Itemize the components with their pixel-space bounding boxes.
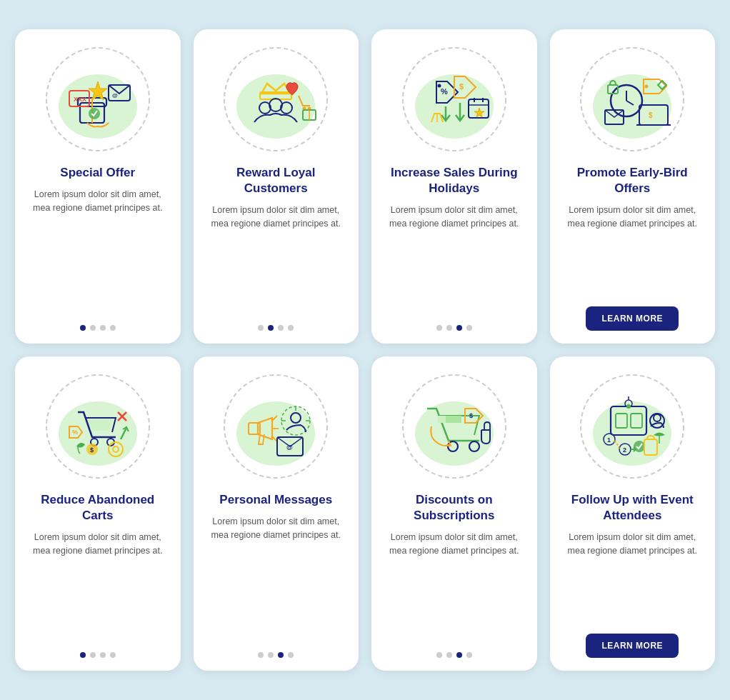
svg-text:@: @ [112, 92, 118, 99]
dot-1 [80, 652, 86, 658]
card-title: Follow Up with Event Attendees [561, 492, 704, 524]
dot-1 [436, 325, 442, 331]
svg-point-83 [626, 404, 631, 409]
card-footer [80, 325, 116, 331]
dot-2 [90, 325, 96, 331]
card-title: Increase Sales During Holidays [383, 165, 526, 196]
dot-2 [446, 652, 452, 658]
card-body: Lorem ipsum dolor sit dim amet, mea regi… [26, 188, 169, 315]
dot-4 [110, 652, 116, 658]
card-personal-messages: @ Personal Messages Lorem ipsum dolor si… [194, 356, 359, 671]
card-body: Lorem ipsum dolor sit dim amet, mea regi… [561, 204, 704, 296]
dot-2 [446, 325, 452, 331]
svg-text:$: $ [90, 446, 94, 454]
card-discounts-subscriptions: $ Discounts on Subscriptions Lorem ipsum… [371, 356, 537, 671]
card-body: Lorem ipsum dolor sit dim amet, mea regi… [26, 531, 169, 642]
dot-4 [466, 652, 472, 658]
illustration-reward-loyal [219, 42, 333, 156]
dot-1 [436, 652, 442, 658]
card-grid: @ XXX Special Offer Lorem ipsum dolor si… [15, 29, 715, 671]
card-increase-sales: % $ Increase S [371, 29, 537, 344]
dot-3 [278, 325, 284, 331]
dot-2 [90, 652, 96, 658]
dot-3 [456, 652, 462, 658]
dot-1 [258, 652, 264, 658]
card-title: Reduce Abandoned Carts [26, 492, 169, 524]
card-footer: LEARN MORE [586, 306, 679, 331]
card-early-bird: $ Promote Early-Bird Offers Lorem ipsum … [550, 29, 716, 344]
card-body: Lorem ipsum dolor sit dim amet, mea regi… [383, 531, 526, 642]
svg-text:$: $ [459, 82, 464, 91]
svg-text:1: 1 [607, 436, 611, 444]
dot-3 [278, 652, 284, 658]
svg-text:$: $ [649, 111, 653, 119]
dot-4 [466, 325, 472, 331]
dot-1 [258, 325, 264, 331]
svg-point-47 [59, 401, 137, 466]
card-special-offer: @ XXX Special Offer Lorem ipsum dolor si… [15, 29, 181, 344]
svg-point-39 [645, 85, 649, 89]
card-abandoned-carts: % $ Reduce Abandoned Carts Lorem ipsum d… [15, 356, 181, 671]
svg-text:@: @ [286, 444, 293, 451]
card-reward-loyal: Reward Loyal Customers Lorem ipsum dolor… [194, 29, 359, 344]
illustration-special-offer: @ XXX [41, 42, 155, 156]
card-footer [258, 652, 294, 658]
svg-text:%: % [441, 87, 448, 96]
dot-2 [268, 652, 274, 658]
card-title: Reward Loyal Customers [205, 165, 348, 196]
card-footer [258, 325, 294, 331]
card-body: Lorem ipsum dolor sit dim amet, mea regi… [205, 515, 348, 642]
illustration-personal-messages: @ [219, 369, 333, 484]
dot-2 [268, 325, 274, 331]
card-title: Special Offer [60, 165, 135, 181]
svg-text:%: % [72, 429, 78, 436]
dot-3 [456, 325, 462, 331]
dot-4 [288, 652, 294, 658]
dot-3 [100, 652, 106, 658]
svg-text:XXX: XXX [74, 96, 86, 103]
illustration-increase-sales: % $ [397, 42, 511, 156]
illustration-early-bird: $ [575, 42, 689, 156]
card-title: Discounts on Subscriptions [383, 492, 526, 524]
card-body: Lorem ipsum dolor sit dim amet, mea regi… [383, 204, 526, 315]
card-title: Personal Messages [219, 492, 332, 508]
illustration-follow-up: 1 2 [575, 369, 689, 484]
card-body: Lorem ipsum dolor sit dim amet, mea regi… [205, 204, 348, 315]
card-follow-up: 1 2 Follow Up with Event Attendees Lorem… [550, 356, 716, 671]
illustration-discounts-subscriptions: $ [397, 369, 511, 484]
card-footer: LEARN MORE [586, 634, 679, 658]
card-body: Lorem ipsum dolor sit dim amet, mea regi… [561, 531, 704, 624]
dot-3 [100, 325, 106, 331]
svg-text:$: $ [469, 412, 473, 419]
learn-more-button-2[interactable]: LEARN MORE [586, 634, 679, 658]
svg-text:2: 2 [623, 446, 626, 454]
card-footer [436, 652, 472, 658]
learn-more-button[interactable]: LEARN MORE [586, 306, 679, 331]
dot-4 [288, 325, 294, 331]
card-title: Promote Early-Bird Offers [561, 165, 704, 196]
card-footer [436, 325, 472, 331]
svg-point-25 [437, 84, 441, 88]
illustration-abandoned-carts: % $ [41, 369, 155, 484]
card-footer [80, 652, 116, 658]
dot-4 [110, 325, 116, 331]
dot-1 [80, 325, 86, 331]
